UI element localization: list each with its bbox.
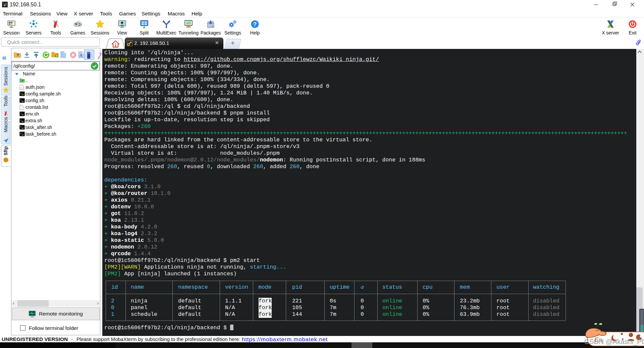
- svg-text:>: >: [20, 132, 21, 135]
- svg-text:>_: >_: [3, 2, 5, 4]
- svg-text:>: >: [20, 99, 21, 101]
- svg-text:CSDN @Akashi_PD: CSDN @Akashi_PD: [584, 338, 644, 346]
- svg-text:A: A: [79, 53, 83, 58]
- svg-text:>: >: [20, 112, 21, 115]
- svg-text:(): (): [20, 86, 24, 89]
- svg-text:>: >: [20, 92, 21, 95]
- svg-text:?: ?: [253, 21, 257, 27]
- svg-text:>: >: [20, 119, 21, 122]
- svg-text:>: >: [20, 126, 21, 128]
